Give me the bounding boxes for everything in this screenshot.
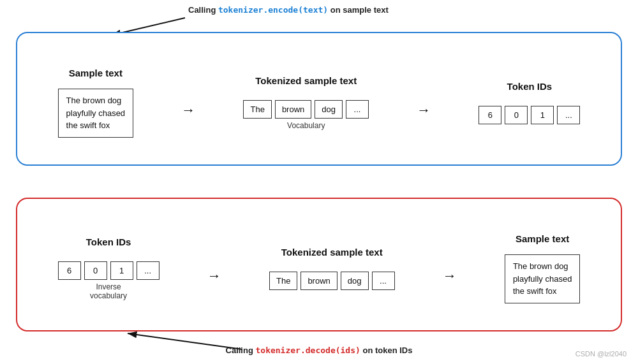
blue-col3-header: Token IDs bbox=[507, 81, 553, 92]
red-id-2: 1 bbox=[110, 261, 133, 280]
red-token-row: The brown dog ... bbox=[269, 272, 395, 290]
red-col3-header: Sample text bbox=[516, 233, 569, 244]
blue-token-2: dog bbox=[315, 100, 343, 119]
blue-token-0: The bbox=[243, 100, 271, 119]
decode-diagram-box: Token IDs 6 0 1 ... Inverse vocabulary →… bbox=[16, 198, 622, 331]
red-arrow1: → bbox=[207, 268, 221, 284]
blue-id-row: 6 0 1 ... bbox=[478, 106, 580, 124]
blue-col1-header: Sample text bbox=[69, 68, 122, 78]
watermark: CSDN @lzl2040 bbox=[575, 350, 627, 358]
bottom-calling-label: Calling tokenizer.decode(ids) on token I… bbox=[226, 346, 413, 355]
blue-col3: Token IDs 6 0 1 ... bbox=[478, 81, 580, 124]
red-token-2: dog bbox=[341, 272, 369, 290]
blue-arrow2: → bbox=[417, 102, 431, 119]
blue-token-row: The brown dog ... bbox=[243, 100, 369, 119]
red-col3: Sample text The brown dog playfully chas… bbox=[505, 233, 581, 303]
red-col1-header: Token IDs bbox=[86, 237, 131, 247]
red-token-3: ... bbox=[372, 272, 395, 290]
blue-id-2: 1 bbox=[531, 106, 554, 124]
blue-vocab-label: Vocabulary bbox=[287, 121, 325, 130]
red-token-0: The bbox=[269, 272, 297, 290]
blue-sample-text: The brown dog playfully chased the swift… bbox=[58, 89, 134, 138]
blue-token-3: ... bbox=[346, 100, 369, 119]
red-vocab-label: Inverse vocabulary bbox=[90, 282, 127, 300]
blue-col2: Tokenized sample text The brown dog ... … bbox=[243, 75, 369, 130]
red-id-row: 6 0 1 ... bbox=[58, 261, 160, 280]
encode-diagram-box: Sample text The brown dog playfully chas… bbox=[16, 32, 622, 166]
blue-col1: Sample text The brown dog playfully chas… bbox=[58, 68, 134, 138]
red-arrow2: → bbox=[443, 268, 457, 284]
blue-id-1: 0 bbox=[505, 106, 528, 124]
red-id-1: 0 bbox=[84, 261, 107, 280]
red-col1: Token IDs 6 0 1 ... Inverse vocabulary bbox=[58, 237, 160, 300]
blue-arrow1: → bbox=[181, 102, 195, 119]
blue-id-3: ... bbox=[557, 106, 580, 124]
blue-token-1: brown bbox=[275, 100, 311, 119]
red-id-0: 6 bbox=[58, 261, 81, 280]
red-col2: Tokenized sample text The brown dog ... bbox=[269, 247, 395, 290]
blue-col2-header: Tokenized sample text bbox=[255, 75, 357, 86]
red-token-1: brown bbox=[300, 272, 337, 290]
red-id-3: ... bbox=[137, 261, 160, 280]
main-container: Calling tokenizer.encode(text) on sample… bbox=[0, 0, 638, 364]
blue-id-0: 6 bbox=[478, 106, 501, 124]
red-sample-text: The brown dog playfully chased the swift… bbox=[505, 254, 581, 303]
red-col2-header: Tokenized sample text bbox=[281, 247, 383, 258]
top-calling-label: Calling tokenizer.encode(text) on sample… bbox=[188, 5, 389, 15]
